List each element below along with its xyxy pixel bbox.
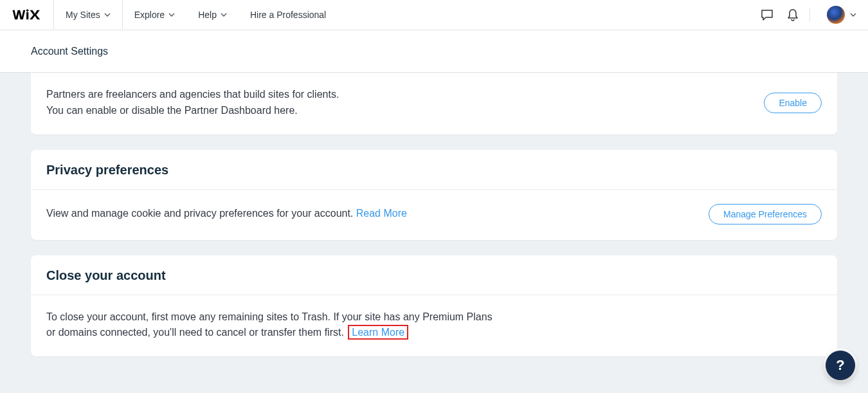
help-icon: ?: [836, 357, 844, 374]
close-learn-more-link[interactable]: Learn More: [348, 325, 408, 340]
partner-line2: You can enable or disable the Partner Da…: [46, 103, 339, 119]
page-title: Account Settings: [31, 46, 108, 57]
privacy-card-text: View and manage cookie and privacy prefe…: [46, 206, 407, 222]
wix-logo-icon: [12, 9, 42, 21]
notifications-button[interactable]: [780, 0, 806, 30]
privacy-text: View and manage cookie and privacy prefe…: [46, 208, 356, 219]
privacy-preferences-card: Privacy preferences View and manage cook…: [31, 150, 837, 240]
nav-explore-label: Explore: [134, 10, 165, 20]
partner-card-text: Partners are freelancers and agencies th…: [46, 87, 339, 119]
nav-divider: [809, 8, 810, 22]
chat-icon: [761, 9, 773, 21]
nav-hire-professional[interactable]: Hire a Professional: [239, 0, 338, 30]
chat-button[interactable]: [754, 0, 780, 30]
chevron-down-icon: [104, 13, 111, 17]
svg-rect-0: [26, 12, 28, 19]
partner-line1: Partners are freelancers and agencies th…: [46, 87, 339, 103]
close-card-title: Close your account: [31, 255, 837, 295]
content-area: Partners are freelancers and agencies th…: [0, 73, 868, 372]
nav-explore[interactable]: Explore: [123, 0, 186, 30]
bell-icon: [787, 8, 799, 21]
avatar-menu-button[interactable]: [850, 13, 856, 17]
nav-my-sites-label: My Sites: [66, 10, 100, 20]
nav-help[interactable]: Help: [186, 0, 239, 30]
nav-hire-label: Hire a Professional: [250, 10, 326, 20]
page-subheader: Account Settings: [0, 30, 868, 73]
chevron-down-icon: [221, 13, 227, 17]
wix-logo[interactable]: [0, 0, 54, 30]
enable-partner-button[interactable]: Enable: [764, 93, 822, 113]
privacy-read-more-link[interactable]: Read More: [356, 208, 407, 219]
close-line1: To close your account, first move any re…: [46, 309, 493, 325]
nav-help-label: Help: [198, 10, 217, 20]
svg-point-1: [26, 9, 28, 12]
help-bubble-button[interactable]: ?: [826, 351, 855, 380]
chevron-down-icon: [168, 13, 175, 17]
privacy-card-title: Privacy preferences: [31, 150, 837, 190]
close-account-card: Close your account To close your account…: [31, 255, 837, 357]
close-card-text: To close your account, first move any re…: [46, 309, 493, 342]
avatar[interactable]: [827, 6, 845, 24]
manage-preferences-button[interactable]: Manage Preferences: [709, 204, 822, 224]
close-line2: or domains connected, you'll need to can…: [46, 327, 344, 338]
partner-dashboard-card: Partners are freelancers and agencies th…: [31, 73, 837, 134]
top-nav: My Sites Explore Help Hire a Professiona…: [0, 0, 868, 30]
nav-my-sites[interactable]: My Sites: [54, 0, 123, 30]
